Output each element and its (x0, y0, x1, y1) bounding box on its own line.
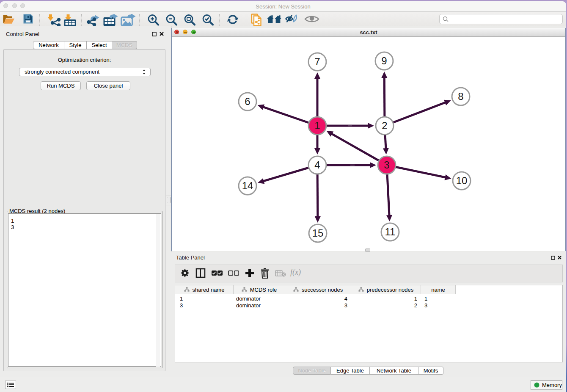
svg-text:2: 2 (382, 120, 387, 131)
svg-text:4: 4 (314, 159, 320, 171)
svg-text:3: 3 (384, 159, 389, 171)
svg-text:6: 6 (245, 96, 250, 107)
svg-text:10: 10 (456, 175, 468, 186)
svg-text:9: 9 (381, 55, 387, 66)
svg-text:11: 11 (385, 226, 396, 237)
svg-text:14: 14 (242, 180, 253, 191)
svg-text:1: 1 (314, 120, 320, 131)
svg-text:7: 7 (314, 56, 320, 67)
svg-text:8: 8 (458, 91, 463, 102)
svg-text:15: 15 (312, 227, 324, 239)
